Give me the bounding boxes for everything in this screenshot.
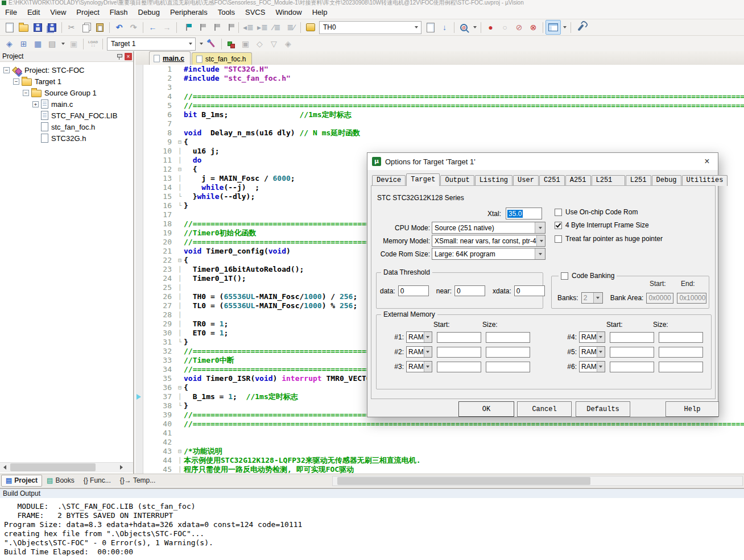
dialog-tab-c251[interactable]: C251 (539, 175, 565, 186)
tree-expander[interactable]: + (32, 101, 39, 107)
window-cascade-icon[interactable]: ▣ (238, 37, 253, 51)
bookmark-clear-icon[interactable] (222, 20, 236, 34)
chevron-down-icon[interactable] (535, 248, 545, 259)
window-layout-icon[interactable] (545, 20, 561, 35)
menu-help[interactable]: Help (307, 6, 333, 19)
unindent-icon[interactable]: ◂≣ (241, 20, 255, 34)
chevron-down-icon[interactable] (424, 332, 432, 342)
memory-size-input[interactable] (486, 347, 530, 358)
uncomment-icon[interactable]: ≣∕ (284, 20, 298, 34)
batch-build-dropdown[interactable] (59, 38, 67, 50)
dialog-button-cancel[interactable]: Cancel (517, 401, 572, 417)
window-layout-dropdown[interactable] (561, 21, 568, 34)
panel-tab-temp[interactable]: {}→ Temp... (115, 475, 160, 487)
insert-breakpoint-icon[interactable]: ● (483, 20, 498, 34)
download-icon[interactable]: LOAD (86, 37, 100, 51)
chevron-down-icon[interactable] (536, 235, 545, 246)
disable-breakpoints-icon[interactable]: ⊘ (512, 20, 526, 34)
menu-peripherals[interactable]: Peripherals (165, 6, 213, 19)
build-output-panel[interactable]: MODULE: .\STC_FAN_FOC.LIB (stc_fan_foc) … (0, 498, 744, 560)
memory-start-input[interactable] (437, 362, 481, 372)
memory-type-select[interactable]: RAM (406, 361, 432, 372)
paste-icon[interactable] (93, 20, 107, 34)
tree-item-main-c[interactable]: +main.c (0, 98, 133, 110)
menu-project[interactable]: Project (71, 6, 104, 19)
tree-item-project-stc-foc[interactable]: −Project: STC-FOC (0, 64, 133, 76)
code-text[interactable]: bit B_1ms; //1ms定时标志 (184, 110, 744, 119)
panel-tab-func[interactable]: {} Func... (79, 475, 115, 487)
new-file-icon[interactable] (2, 20, 16, 34)
dialog-tab-l251-misc[interactable]: L251 Misc (626, 175, 651, 186)
dialog-tab-utilities[interactable]: Utilities (682, 175, 728, 186)
editor-tab-main-c[interactable]: main.c (149, 51, 191, 65)
banks-select[interactable]: 2 (581, 292, 603, 304)
cpu-mode-select[interactable]: Source (251 native) (432, 222, 545, 234)
menu-window[interactable]: Window (270, 6, 307, 19)
dialog-tab-l251-locate[interactable]: L251 Locate (592, 175, 625, 186)
memory-size-input[interactable] (486, 362, 530, 372)
chevron-down-icon[interactable] (535, 222, 545, 233)
code-banking-checkbox[interactable]: Code Banking (559, 272, 617, 280)
save-all-icon[interactable] (45, 20, 59, 34)
chevron-down-icon[interactable] (424, 362, 432, 372)
dialog-button-defaults[interactable]: Defaults (576, 401, 630, 417)
close-icon[interactable]: × (125, 53, 132, 60)
memory-start-input[interactable] (610, 362, 654, 372)
panel-tab-project[interactable]: ▤Project (1, 475, 42, 487)
code-text[interactable] (184, 83, 744, 92)
tree-expander[interactable]: − (13, 78, 19, 85)
memory-start-input[interactable] (610, 347, 654, 358)
fold-marker[interactable]: ⊟ (176, 447, 184, 456)
code-text[interactable]: 本示例使用STC32G12K128-LQFP32来驱动无传感器无刷三相直流电机. (184, 456, 744, 465)
menu-debug[interactable]: Debug (133, 6, 165, 19)
code-text[interactable] (184, 438, 744, 447)
memory-size-input[interactable] (659, 332, 703, 343)
dialog-tab-target[interactable]: Target (406, 173, 440, 186)
code-text[interactable]: /*功能说明 (184, 447, 744, 456)
build-icon[interactable]: ⊞ (16, 37, 31, 51)
checkbox-icon[interactable] (561, 272, 568, 280)
options-for-target-icon[interactable] (205, 37, 219, 51)
configure-tools-icon[interactable] (573, 20, 588, 34)
memory-type-select[interactable]: RAM (579, 346, 605, 358)
target-select-dropdown[interactable] (197, 38, 205, 50)
code-text[interactable]: #include "STC32G.H" (184, 65, 744, 74)
fold-marker[interactable]: ⊟ (176, 383, 184, 392)
stop-build-icon[interactable]: ▣ (67, 37, 81, 51)
memory-start-input[interactable] (610, 332, 654, 343)
code-text[interactable]: //======================================… (184, 101, 744, 110)
syntax-check-icon[interactable] (423, 20, 437, 34)
pin-icon[interactable] (117, 53, 123, 60)
code-text[interactable]: //======================================… (184, 420, 744, 429)
memory-size-input[interactable] (486, 332, 530, 343)
bank-area-end-input[interactable]: 0x10000 (677, 293, 706, 304)
code-text[interactable] (184, 119, 744, 128)
dialog-tab-user[interactable]: User (513, 175, 539, 186)
panel-tab-books[interactable]: ▤Books (42, 475, 79, 487)
copy-icon[interactable] (78, 20, 93, 34)
scroll-right-icon[interactable] (117, 463, 126, 472)
find-dropdown[interactable] (471, 21, 478, 34)
interrupt-frame-checkbox[interactable]: 4 Byte Interrupt Frame Size (555, 221, 649, 229)
memory-start-input[interactable] (437, 332, 481, 343)
dialog-close-icon[interactable]: × (701, 156, 713, 167)
use-onchip-rom-checkbox[interactable]: Use On-chip Code Rom (555, 208, 638, 216)
scrollbar-thumb[interactable] (337, 477, 590, 485)
redo-icon[interactable]: ↷ (126, 20, 140, 34)
fold-marker[interactable]: ⊟ (176, 165, 184, 174)
fold-marker[interactable]: ⊟ (176, 138, 184, 147)
build-output-header[interactable]: Build Output (0, 488, 744, 498)
xtal-input[interactable]: 35.0 (506, 208, 542, 219)
threshold-xdata-input[interactable]: 0 (514, 285, 545, 296)
bookmark-next-icon[interactable] (208, 20, 222, 34)
memory-type-select[interactable]: RAM (579, 361, 605, 372)
checkbox-icon[interactable] (555, 235, 562, 243)
dialog-tab-listing[interactable]: Listing (475, 175, 512, 186)
pack-installer-icon[interactable]: ◈ (281, 37, 295, 51)
far-pointer-checkbox[interactable]: Treat far pointer as huge pointer (555, 235, 663, 243)
threshold-data-input[interactable]: 0 (398, 285, 429, 296)
comment-icon[interactable]: ∕≣ (270, 20, 284, 34)
code-text[interactable]: 程序只需使用一路反电动势检测, 即可实现FOC驱动 (184, 465, 744, 474)
component-viewer-icon[interactable]: ◇ (253, 37, 267, 51)
configure-breakpoints-icon[interactable] (303, 20, 317, 34)
